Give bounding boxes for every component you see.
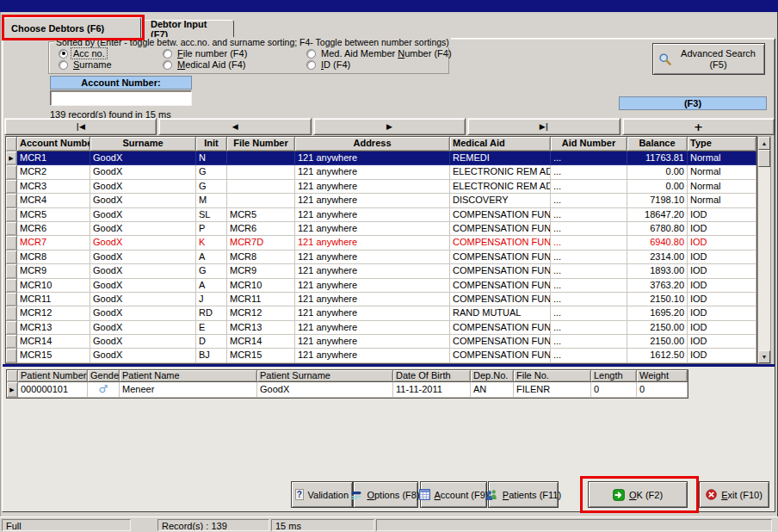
patient-col-patient-name[interactable]: Patient Name bbox=[120, 370, 257, 382]
radio-icon[interactable] bbox=[59, 49, 68, 59]
nav-insert-button[interactable]: + bbox=[622, 118, 775, 135]
nav-first-button[interactable]: |◀ bbox=[4, 118, 157, 135]
debtor-cell-aid-number: ... bbox=[551, 251, 627, 264]
nav-prior-button[interactable]: ◀ bbox=[158, 118, 311, 135]
sort-option-file-number-f4[interactable]: File number (F4) bbox=[163, 48, 249, 59]
debtor-row-mcr1[interactable]: ▶MCR1GoodXN121 anywhereREMEDI...11763.81… bbox=[6, 152, 756, 165]
exit-button[interactable]: Exit (F10) bbox=[699, 481, 769, 508]
patient-col-length[interactable]: Length bbox=[591, 370, 637, 382]
debtor-cell-surname: GoodX bbox=[90, 279, 196, 293]
patients-button[interactable]: Patients (F11) bbox=[488, 481, 559, 508]
row-indicator: ▶ bbox=[7, 382, 18, 398]
row-indicator bbox=[6, 251, 17, 264]
debtor-col-address[interactable]: Address bbox=[295, 137, 450, 152]
debtor-cell-type: IOD bbox=[688, 264, 756, 278]
patient-row-000000101[interactable]: ▶000000101♂MeneerGoodX11-11-2011ANFILENR… bbox=[7, 382, 688, 398]
debtor-cell-account-number: MCR1 bbox=[17, 152, 90, 165]
debtor-cell-file-number bbox=[227, 194, 295, 207]
debtor-col-init[interactable]: Init bbox=[196, 137, 227, 152]
debtor-row-mcr8[interactable]: MCR8GoodXAMCR8121 anywhereCOMPENSATION F… bbox=[6, 251, 756, 264]
radio-icon[interactable] bbox=[306, 49, 316, 59]
debtor-row-mcr4[interactable]: MCR4GoodXM121 anywhereDISCOVERY...7198.1… bbox=[6, 194, 756, 207]
patient-col-gender[interactable]: Gender bbox=[88, 370, 120, 382]
search-icon bbox=[658, 53, 672, 66]
debtor-cell-account-number: MCR11 bbox=[17, 293, 90, 306]
debtor-row-mcr14[interactable]: MCR14GoodXDMCR14121 anywhereCOMPENSATION… bbox=[6, 335, 756, 349]
ok-button[interactable]: OK (F2) bbox=[588, 481, 688, 508]
radio-icon[interactable] bbox=[306, 60, 316, 70]
debtor-col-balance[interactable]: Balance bbox=[627, 137, 688, 152]
debtor-row-mcr12[interactable]: MCR12GoodXRDMCR12121 anywhereRAND MUTUAL… bbox=[6, 306, 756, 320]
radio-icon[interactable] bbox=[163, 49, 172, 59]
debtor-row-mcr7[interactable]: MCR7GoodXKMCR7D121 anywhereCOMPENSATION … bbox=[6, 236, 756, 250]
debtor-row-mcr9[interactable]: MCR9GoodXGMCR9121 anywhereCOMPENSATION F… bbox=[6, 264, 756, 278]
debtor-cell-init: RD bbox=[196, 306, 227, 320]
sort-option-medical-aid-f4[interactable]: Medical Aid (F4) bbox=[163, 59, 247, 70]
radio-icon[interactable] bbox=[59, 60, 68, 70]
patient-col-weight[interactable]: Weight bbox=[637, 370, 688, 382]
tab-choose-debtors[interactable]: Choose Debtors (F6) bbox=[3, 17, 141, 40]
debtor-cell-aid-number: ... bbox=[551, 264, 627, 278]
tab-debtor-input[interactable]: Debtor Input (F7) bbox=[143, 20, 234, 39]
patient-col-date-of-birth[interactable]: Date Of Birth bbox=[393, 370, 471, 382]
ok-arrow-icon bbox=[613, 489, 625, 501]
nav-next-button[interactable]: ▶ bbox=[313, 118, 466, 135]
debtor-cell-surname: GoodX bbox=[90, 349, 196, 362]
debtor-row-mcr11[interactable]: MCR11GoodXJMCR11121 anywhereCOMPENSATION… bbox=[6, 293, 756, 306]
debtor-col-account-number[interactable]: Account Number bbox=[17, 137, 90, 152]
sort-option-acc-no[interactable]: Acc no. bbox=[59, 48, 107, 59]
debtor-row-mcr2[interactable]: MCR2GoodXG121 anywhereELECTRONIC REM ADV… bbox=[6, 165, 756, 179]
row-indicator bbox=[6, 180, 17, 194]
debtor-row-mcr3[interactable]: MCR3GoodXG121 anywhereELECTRONIC REM ADV… bbox=[6, 180, 756, 194]
debtor-cell-file-number: MCR11 bbox=[227, 293, 295, 306]
debtor-cell-address: 121 anywhere bbox=[295, 264, 450, 278]
debtor-cell-address: 121 anywhere bbox=[295, 222, 450, 236]
debtor-col-surname[interactable]: Surname bbox=[90, 137, 196, 152]
debtor-row-mcr13[interactable]: MCR13GoodXEMCR13121 anywhereCOMPENSATION… bbox=[6, 321, 756, 335]
debtor-cell-file-number: MCR9 bbox=[227, 264, 295, 278]
advanced-search-button[interactable]: Advanced Search (F5) bbox=[652, 43, 765, 75]
scroll-up-icon[interactable]: ▲ bbox=[758, 137, 770, 150]
debtor-table-scrollbar[interactable]: ▲ ▼ bbox=[757, 136, 771, 364]
patient-col-dep-no[interactable]: Dep.No. bbox=[471, 370, 514, 382]
account-button[interactable]: Account (F9) bbox=[420, 481, 487, 508]
nav-last-button[interactable]: ▶| bbox=[467, 118, 620, 135]
patient-col-file-no[interactable]: File No. bbox=[514, 370, 591, 382]
row-indicator bbox=[6, 335, 17, 349]
debtor-cell-init: N bbox=[196, 152, 227, 165]
debtor-row-mcr6[interactable]: MCR6GoodXPMCR6121 anywhereCOMPENSATION F… bbox=[6, 222, 756, 236]
patient-cell-date-of-birth: 11-11-2011 bbox=[393, 382, 471, 398]
radio-icon[interactable] bbox=[163, 60, 172, 70]
debtor-col-aid-number[interactable]: Aid Number bbox=[551, 137, 627, 152]
status-bar: Full Record(s) : 139 15 ms bbox=[0, 517, 778, 532]
scroll-track[interactable] bbox=[758, 167, 770, 350]
debtor-cell-account-number: MCR2 bbox=[17, 165, 90, 179]
debtor-row-mcr5[interactable]: MCR5GoodXSLMCR5121 anywhereCOMPENSATION … bbox=[6, 208, 756, 222]
sort-option-surname[interactable]: Surname bbox=[59, 59, 114, 70]
debtor-col-medical-aid[interactable]: Medical Aid bbox=[450, 137, 551, 152]
sort-option-id-f4[interactable]: ID (F4) bbox=[306, 59, 352, 70]
options-button[interactable]: Options (F8) bbox=[353, 481, 418, 508]
validation-button[interactable]: ? Validation bbox=[291, 481, 353, 508]
patient-col-patient-number[interactable]: Patient Number bbox=[18, 370, 88, 382]
debtor-row-mcr15[interactable]: MCR15GoodXBJMCR15121 anywhereCOMPENSATIO… bbox=[6, 349, 756, 362]
sort-group: Sorted by (Enter - toggle betw. acc.no. … bbox=[48, 41, 449, 74]
debtor-cell-account-number: MCR3 bbox=[17, 180, 90, 194]
advanced-search-hotkey: (F5) bbox=[709, 59, 726, 70]
debtor-col-file-number[interactable]: File Number bbox=[227, 137, 295, 152]
debtor-cell-init: A bbox=[196, 251, 227, 264]
patient-col-patient-surname[interactable]: Patient Surname bbox=[257, 370, 393, 382]
scroll-down-icon[interactable]: ▼ bbox=[758, 350, 770, 363]
sort-option-med-aid-member-number-f4[interactable]: Med. Aid Member Number (F4) bbox=[306, 48, 454, 59]
debtor-col-type[interactable]: Type bbox=[688, 137, 756, 152]
account-number-input[interactable] bbox=[50, 90, 192, 106]
debtor-cell-init: E bbox=[196, 321, 227, 335]
ok-label: OK (F2) bbox=[629, 490, 663, 500]
debtor-cell-surname: GoodX bbox=[90, 321, 196, 335]
debtor-cell-address: 121 anywhere bbox=[295, 165, 450, 179]
debtor-cell-medical-aid: COMPENSATION FUND bbox=[450, 335, 551, 349]
debtor-cell-surname: GoodX bbox=[90, 236, 196, 250]
debtor-row-mcr10[interactable]: MCR10GoodXAMCR10121 anywhereCOMPENSATION… bbox=[6, 279, 756, 293]
advanced-search-label: Advanced Search bbox=[681, 48, 756, 59]
scroll-thumb[interactable] bbox=[758, 150, 770, 167]
